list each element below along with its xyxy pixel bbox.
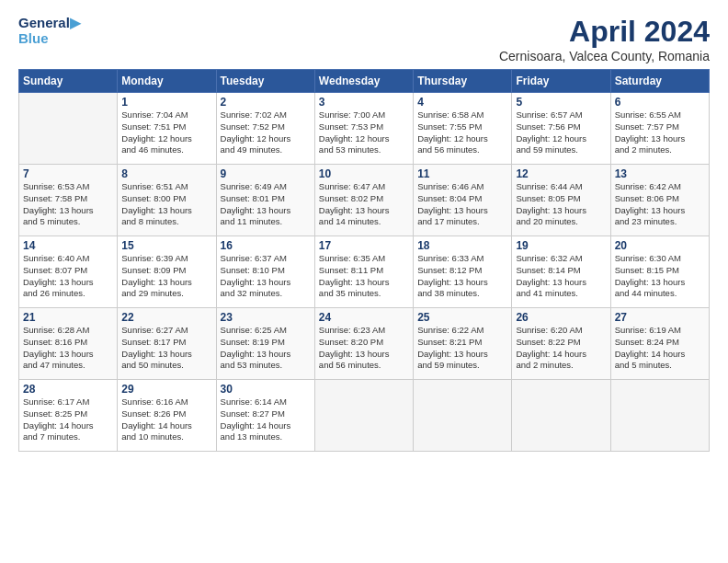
day-number: 10 bbox=[319, 167, 409, 180]
calendar-table: Sunday Monday Tuesday Wednesday Thursday… bbox=[18, 69, 710, 452]
day-number: 6 bbox=[615, 96, 705, 109]
day-detail: Sunrise: 6:25 AM Sunset: 8:19 PM Dayligh… bbox=[221, 325, 311, 372]
day-number: 2 bbox=[221, 96, 311, 109]
week-row-1: 1Sunrise: 7:04 AM Sunset: 7:51 PM Daylig… bbox=[19, 93, 710, 165]
day-detail: Sunrise: 6:20 AM Sunset: 8:22 PM Dayligh… bbox=[516, 325, 606, 372]
day-number: 23 bbox=[221, 311, 311, 324]
col-tuesday: Tuesday bbox=[216, 70, 314, 93]
day-cell bbox=[414, 380, 512, 452]
day-cell: 3Sunrise: 7:00 AM Sunset: 7:53 PM Daylig… bbox=[314, 93, 413, 165]
day-cell: 24Sunrise: 6:23 AM Sunset: 8:20 PM Dayli… bbox=[314, 308, 413, 380]
week-row-3: 14Sunrise: 6:40 AM Sunset: 8:07 PM Dayli… bbox=[19, 236, 710, 308]
day-detail: Sunrise: 6:27 AM Sunset: 8:17 PM Dayligh… bbox=[121, 325, 211, 372]
day-number: 9 bbox=[221, 167, 311, 180]
day-detail: Sunrise: 6:14 AM Sunset: 8:27 PM Dayligh… bbox=[221, 396, 311, 443]
day-number: 15 bbox=[121, 239, 211, 252]
day-number: 11 bbox=[417, 167, 507, 180]
day-number: 3 bbox=[319, 96, 409, 109]
day-detail: Sunrise: 6:28 AM Sunset: 8:16 PM Dayligh… bbox=[23, 325, 113, 372]
day-detail: Sunrise: 6:22 AM Sunset: 8:21 PM Dayligh… bbox=[417, 325, 507, 372]
day-number: 18 bbox=[417, 239, 507, 252]
day-number: 5 bbox=[516, 96, 606, 109]
day-cell: 13Sunrise: 6:42 AM Sunset: 8:06 PM Dayli… bbox=[610, 165, 709, 236]
day-cell: 20Sunrise: 6:30 AM Sunset: 8:15 PM Dayli… bbox=[610, 236, 709, 308]
day-number: 26 bbox=[516, 311, 606, 324]
week-row-4: 21Sunrise: 6:28 AM Sunset: 8:16 PM Dayli… bbox=[19, 308, 710, 380]
day-number: 25 bbox=[417, 311, 507, 324]
day-detail: Sunrise: 6:16 AM Sunset: 8:26 PM Dayligh… bbox=[121, 396, 211, 443]
day-detail: Sunrise: 6:23 AM Sunset: 8:20 PM Dayligh… bbox=[319, 325, 409, 372]
day-detail: Sunrise: 6:40 AM Sunset: 8:07 PM Dayligh… bbox=[23, 253, 113, 300]
day-cell: 14Sunrise: 6:40 AM Sunset: 8:07 PM Dayli… bbox=[19, 236, 118, 308]
day-number: 17 bbox=[319, 239, 409, 252]
day-header-row: Sunday Monday Tuesday Wednesday Thursday… bbox=[19, 70, 710, 93]
day-detail: Sunrise: 7:04 AM Sunset: 7:51 PM Dayligh… bbox=[121, 109, 211, 156]
day-cell: 21Sunrise: 6:28 AM Sunset: 8:16 PM Dayli… bbox=[19, 308, 118, 380]
day-cell: 15Sunrise: 6:39 AM Sunset: 8:09 PM Dayli… bbox=[118, 236, 216, 308]
day-cell: 6Sunrise: 6:55 AM Sunset: 7:57 PM Daylig… bbox=[610, 93, 709, 165]
day-detail: Sunrise: 6:47 AM Sunset: 8:02 PM Dayligh… bbox=[319, 181, 409, 228]
day-cell: 25Sunrise: 6:22 AM Sunset: 8:21 PM Dayli… bbox=[414, 308, 512, 380]
day-cell bbox=[610, 380, 709, 452]
day-cell: 30Sunrise: 6:14 AM Sunset: 8:27 PM Dayli… bbox=[216, 380, 314, 452]
day-number: 29 bbox=[121, 383, 211, 396]
location: Cernisoara, Valcea County, Romania bbox=[499, 49, 710, 63]
day-cell: 7Sunrise: 6:53 AM Sunset: 7:58 PM Daylig… bbox=[19, 165, 118, 236]
day-number: 12 bbox=[516, 167, 606, 180]
day-cell bbox=[314, 380, 413, 452]
col-thursday: Thursday bbox=[414, 70, 512, 93]
day-cell: 17Sunrise: 6:35 AM Sunset: 8:11 PM Dayli… bbox=[314, 236, 413, 308]
col-monday: Monday bbox=[118, 70, 216, 93]
page-header: General▶ Blue April 2024 Cernisoara, Val… bbox=[18, 15, 710, 63]
day-detail: Sunrise: 6:32 AM Sunset: 8:14 PM Dayligh… bbox=[516, 253, 606, 300]
day-detail: Sunrise: 6:51 AM Sunset: 8:00 PM Dayligh… bbox=[121, 181, 211, 228]
day-detail: Sunrise: 6:55 AM Sunset: 7:57 PM Dayligh… bbox=[615, 109, 705, 156]
day-number: 7 bbox=[23, 167, 113, 180]
col-wednesday: Wednesday bbox=[314, 70, 413, 93]
day-detail: Sunrise: 6:35 AM Sunset: 8:11 PM Dayligh… bbox=[319, 253, 409, 300]
day-number: 13 bbox=[615, 167, 705, 180]
day-detail: Sunrise: 6:30 AM Sunset: 8:15 PM Dayligh… bbox=[615, 253, 705, 300]
day-detail: Sunrise: 6:58 AM Sunset: 7:55 PM Dayligh… bbox=[417, 109, 507, 156]
day-cell bbox=[19, 93, 118, 165]
day-detail: Sunrise: 6:53 AM Sunset: 7:58 PM Dayligh… bbox=[23, 181, 113, 228]
day-cell: 19Sunrise: 6:32 AM Sunset: 8:14 PM Dayli… bbox=[512, 236, 610, 308]
day-detail: Sunrise: 6:46 AM Sunset: 8:04 PM Dayligh… bbox=[417, 181, 507, 228]
col-friday: Friday bbox=[512, 70, 610, 93]
day-number: 4 bbox=[417, 96, 507, 109]
day-detail: Sunrise: 6:19 AM Sunset: 8:24 PM Dayligh… bbox=[615, 325, 705, 372]
col-sunday: Sunday bbox=[19, 70, 118, 93]
logo-text: General▶ Blue bbox=[18, 15, 81, 47]
logo: General▶ Blue bbox=[18, 15, 81, 47]
day-number: 1 bbox=[121, 96, 211, 109]
day-cell: 12Sunrise: 6:44 AM Sunset: 8:05 PM Dayli… bbox=[512, 165, 610, 236]
day-cell bbox=[512, 380, 610, 452]
day-detail: Sunrise: 6:37 AM Sunset: 8:10 PM Dayligh… bbox=[221, 253, 311, 300]
day-number: 27 bbox=[615, 311, 705, 324]
day-cell: 18Sunrise: 6:33 AM Sunset: 8:12 PM Dayli… bbox=[414, 236, 512, 308]
calendar-page: General▶ Blue April 2024 Cernisoara, Val… bbox=[0, 0, 728, 563]
day-number: 24 bbox=[319, 311, 409, 324]
title-block: April 2024 Cernisoara, Valcea County, Ro… bbox=[499, 15, 710, 63]
day-cell: 28Sunrise: 6:17 AM Sunset: 8:25 PM Dayli… bbox=[19, 380, 118, 452]
day-detail: Sunrise: 6:49 AM Sunset: 8:01 PM Dayligh… bbox=[221, 181, 311, 228]
day-cell: 5Sunrise: 6:57 AM Sunset: 7:56 PM Daylig… bbox=[512, 93, 610, 165]
day-detail: Sunrise: 6:39 AM Sunset: 8:09 PM Dayligh… bbox=[121, 253, 211, 300]
day-cell: 11Sunrise: 6:46 AM Sunset: 8:04 PM Dayli… bbox=[414, 165, 512, 236]
day-detail: Sunrise: 6:17 AM Sunset: 8:25 PM Dayligh… bbox=[23, 396, 113, 443]
month-title: April 2024 bbox=[499, 15, 710, 49]
day-cell: 9Sunrise: 6:49 AM Sunset: 8:01 PM Daylig… bbox=[216, 165, 314, 236]
day-number: 28 bbox=[23, 383, 113, 396]
col-saturday: Saturday bbox=[610, 70, 709, 93]
day-number: 22 bbox=[121, 311, 211, 324]
day-number: 19 bbox=[516, 239, 606, 252]
day-number: 20 bbox=[615, 239, 705, 252]
day-cell: 23Sunrise: 6:25 AM Sunset: 8:19 PM Dayli… bbox=[216, 308, 314, 380]
day-number: 8 bbox=[121, 167, 211, 180]
day-cell: 22Sunrise: 6:27 AM Sunset: 8:17 PM Dayli… bbox=[118, 308, 216, 380]
day-cell: 8Sunrise: 6:51 AM Sunset: 8:00 PM Daylig… bbox=[118, 165, 216, 236]
day-number: 21 bbox=[23, 311, 113, 324]
day-number: 30 bbox=[221, 383, 311, 396]
week-row-5: 28Sunrise: 6:17 AM Sunset: 8:25 PM Dayli… bbox=[19, 380, 710, 452]
day-detail: Sunrise: 6:57 AM Sunset: 7:56 PM Dayligh… bbox=[516, 109, 606, 156]
